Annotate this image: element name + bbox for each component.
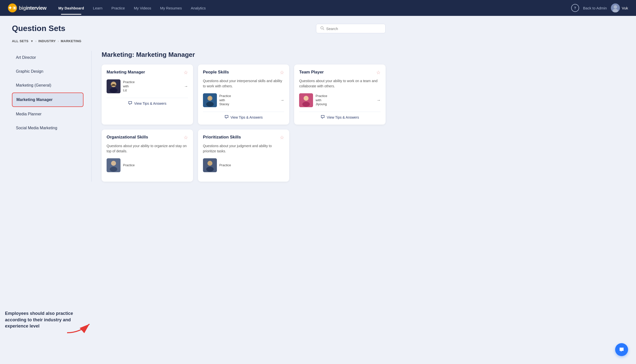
favorite-button-5[interactable]: ☆ [280,134,284,140]
svg-point-28 [207,161,213,166]
practice-info-2: PracticewithStacey [219,94,278,107]
svg-line-6 [16,9,16,10]
svg-point-23 [302,102,310,107]
back-to-admin-link[interactable]: Back to Admin [583,6,607,10]
card-org-skills: Organizational Skills ☆ Questions about … [102,130,193,182]
practice-avatar-prio [203,158,217,172]
content-layout: Art Director Graphic Design Marketing (G… [12,51,385,182]
favorite-button-2[interactable]: ☆ [280,70,284,76]
view-tips-label-1: View Tips & Answers [134,102,166,106]
cards-grid-row1: Marketing Manager ☆ [102,64,385,124]
view-tips-button-2[interactable]: View Tips & Answers [203,115,285,120]
card-team-player: Team Player ☆ Questions about your abili… [294,64,385,124]
card-desc-5: Questions about your judgment and abilit… [203,144,285,154]
practice-row-4: Practice [107,157,188,173]
breadcrumb-industry[interactable]: INDUSTRY [39,39,56,43]
avatar-prio-image [203,158,217,172]
card-desc-4: Questions about your ability to organize… [107,144,188,154]
svg-line-5 [13,6,14,7]
svg-point-29 [206,167,214,172]
tips-icon-2 [225,115,229,120]
search-input[interactable] [326,26,381,31]
nav-item-resumes[interactable]: My Resumes [156,4,186,12]
nav-item-learn[interactable]: Learn [89,4,106,12]
section-title: Marketing: Marketing Manager [102,51,385,58]
sidebar-item-social-media[interactable]: Social Media Marketing [12,121,84,135]
chevron-icon: ▼ [31,40,34,43]
cards-grid-row2: Organizational Skills ☆ Questions about … [102,130,385,182]
card-header-3: Team Player ☆ [299,70,381,76]
brand-logo[interactable]: biginterview [8,4,47,12]
sidebar-item-media-planner[interactable]: Media Planner [12,108,84,121]
practice-avatar-stacey [203,93,217,107]
favorite-button-4[interactable]: ☆ [184,134,188,140]
sidebar-item-graphic-design[interactable]: Graphic Design [12,65,84,78]
user-menu[interactable]: Vuk [611,4,628,12]
practice-info-5: Practice [219,163,285,168]
practice-arrow-1[interactable]: → [184,84,188,88]
logo-prefix: big [19,5,26,11]
favorite-button-3[interactable]: ☆ [376,70,381,76]
breadcrumb-marketing: MARKETING [61,39,81,43]
sidebar: Art Director Graphic Design Marketing (G… [12,51,91,182]
search-box[interactable] [316,24,385,33]
annotation-text: Employees should also practice according… [5,310,75,329]
card-title-3: Team Player [299,70,324,75]
practice-avatar-jiyoung [299,93,313,107]
avatar-image [611,4,620,12]
favorite-button-1[interactable]: ☆ [184,70,188,76]
svg-point-26 [110,167,117,172]
svg-line-7 [16,6,16,7]
card-marketing-manager: Marketing Manager ☆ [102,64,193,124]
practice-info-1: PracticewithLiz [123,80,182,93]
svg-line-8 [13,9,14,10]
breadcrumb: ALL SETS ▼ › INDUSTRY › MARKETING [12,39,385,43]
breadcrumb-all-sets[interactable]: ALL SETS [12,39,29,43]
card-desc-3: Questions about your ability to work on … [299,78,381,89]
sidebar-item-marketing-general[interactable]: Marketing (General) [12,79,84,92]
svg-line-13 [323,29,324,30]
logo-text: biginterview [19,5,47,11]
card-title-2: People Skills [203,70,229,75]
navbar: biginterview My Dashboard Learn Practice… [0,0,636,16]
practice-label-5: Practice [219,163,285,168]
practice-arrow-2[interactable]: → [280,98,284,102]
logo-suffix: interview [26,5,47,11]
practice-avatar-liz [107,80,120,93]
main-panel: Marketing: Marketing Manager Marketing M… [91,51,385,182]
header-row: Question Sets [12,24,385,33]
nav-item-practice[interactable]: Practice [107,4,129,12]
practice-row-5: Practice [203,157,285,173]
sidebar-item-marketing-manager[interactable]: Marketing Manager [12,92,84,107]
nav-item-dashboard[interactable]: My Dashboard [54,4,88,12]
practice-arrow-3[interactable]: → [377,98,381,102]
annotation-arrow-icon [65,320,94,335]
view-tips-button-3[interactable]: View Tips & Answers [299,115,381,120]
avatar-stacey-image [203,93,217,107]
card-prio-skills: Prioritization Skills ☆ Questions about … [198,130,289,182]
svg-point-22 [304,96,309,101]
practice-avatar-org [107,158,120,172]
view-tips-label-2: View Tips & Answers [231,116,263,119]
card-title-1: Marketing Manager [107,70,145,75]
practice-row-3: PracticewithJiyoung → [299,92,381,108]
divider-2 [203,112,285,112]
page-title: Question Sets [12,24,65,33]
nav-item-analytics[interactable]: Analytics [187,4,210,12]
view-tips-button-1[interactable]: View Tips & Answers [107,101,188,106]
sidebar-item-art-director[interactable]: Art Director [12,51,84,64]
help-button[interactable]: ? [571,4,579,12]
nav-items: My Dashboard Learn Practice My Videos My… [54,4,569,12]
practice-info-3: PracticewithJiyoung [316,94,374,107]
practice-label-2: PracticewithStacey [219,94,278,107]
user-name: Vuk [622,6,628,10]
page-container: Question Sets ALL SETS ▼ › INDUSTRY › MA… [0,16,397,190]
breadcrumb-sep-2: › [58,40,59,43]
avatar-liz-image [107,80,120,93]
practice-label-4: Practice [123,163,188,168]
svg-point-16 [110,88,117,93]
nav-item-videos[interactable]: My Videos [130,4,155,12]
card-desc-2: Questions about your interpersonal skill… [203,78,285,89]
logo-icon [8,4,17,12]
chat-fab-button[interactable] [615,343,628,356]
